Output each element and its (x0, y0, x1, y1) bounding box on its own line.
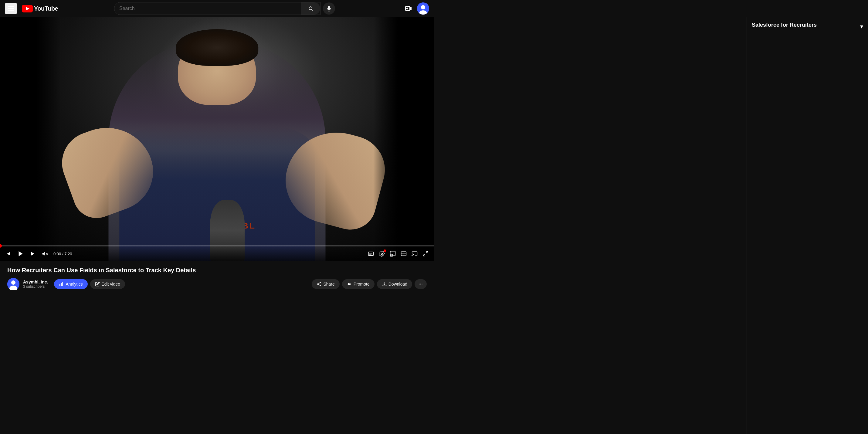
video-title: How Recruiters Can Use Fields in Salesfo… (7, 266, 427, 274)
header: YouTube (0, 0, 434, 17)
captions-button[interactable] (366, 249, 376, 258)
skip-forward-button[interactable] (28, 249, 38, 258)
download-icon (382, 282, 386, 286)
header-left: YouTube (5, 3, 66, 14)
create-video-button[interactable] (402, 2, 414, 14)
share-icon (316, 282, 321, 286)
svg-rect-2 (329, 6, 330, 9)
analytics-icon (59, 282, 64, 286)
video-controls: 0:00 / 7:20 (0, 246, 434, 261)
channel-avatar[interactable] (7, 278, 20, 290)
miniplayer-icon (390, 251, 396, 257)
svg-point-22 (411, 255, 412, 256)
video-frame: ASYMBL (0, 17, 434, 261)
mute-icon (42, 251, 48, 257)
mic-button[interactable] (323, 2, 335, 14)
youtube-logo-text: YouTube (34, 5, 58, 12)
svg-rect-14 (368, 252, 374, 256)
skip-forward-icon (30, 251, 36, 257)
svg-point-39 (422, 284, 423, 285)
svg-line-24 (423, 254, 425, 256)
hamburger-menu-button[interactable] (5, 3, 17, 14)
channel-info: Asymbl, Inc. 3 subscribers (23, 280, 48, 289)
youtube-logo-icon (22, 5, 33, 12)
video-player[interactable]: ASYMBL (0, 17, 434, 261)
youtube-logo[interactable]: YouTube (22, 5, 58, 12)
svg-point-32 (317, 283, 318, 285)
analytics-button[interactable]: Analytics (54, 279, 87, 289)
svg-rect-28 (60, 284, 60, 286)
svg-rect-29 (61, 283, 62, 286)
right-action-buttons: Share Promote Download (312, 279, 427, 289)
miniplayer-button[interactable] (388, 249, 398, 258)
svg-rect-20 (401, 252, 406, 256)
video-background: ASYMBL (0, 17, 434, 261)
svg-point-8 (421, 5, 425, 9)
play-button[interactable] (16, 249, 26, 258)
cast-icon (411, 251, 417, 257)
mute-button[interactable] (40, 249, 50, 258)
channel-subscribers: 3 subscribers (23, 284, 48, 289)
svg-line-34 (318, 284, 320, 285)
play-icon (17, 250, 24, 257)
channel-avatar-icon (7, 278, 20, 290)
svg-point-37 (419, 284, 420, 285)
svg-line-23 (426, 252, 428, 253)
more-icon (418, 282, 423, 286)
cast-button[interactable] (410, 249, 420, 258)
svg-point-38 (420, 284, 421, 285)
fullscreen-icon (423, 251, 429, 257)
theater-icon (401, 251, 407, 257)
svg-point-17 (381, 253, 383, 255)
svg-line-35 (318, 283, 320, 284)
search-input[interactable] (115, 2, 301, 14)
svg-point-31 (319, 282, 321, 283)
user-avatar-button[interactable] (417, 2, 429, 14)
edit-video-button[interactable]: Edit video (90, 279, 125, 289)
skip-back-button[interactable] (4, 249, 13, 258)
search-bar (114, 2, 320, 15)
more-options-button[interactable] (414, 279, 427, 289)
channel-name[interactable]: Asymbl, Inc. (23, 280, 48, 284)
svg-point-33 (319, 285, 321, 286)
svg-rect-30 (63, 282, 63, 286)
right-controls (366, 249, 430, 258)
video-section: ASYMBL (0, 17, 434, 290)
svg-point-26 (11, 280, 16, 285)
promote-button[interactable]: Promote (342, 279, 374, 289)
action-buttons: Analytics Edit video (54, 279, 125, 289)
search-container (114, 2, 335, 15)
svg-marker-11 (42, 252, 45, 256)
theater-mode-button[interactable] (399, 249, 408, 258)
search-button[interactable] (301, 2, 320, 14)
avatar-icon (417, 2, 429, 14)
download-button[interactable]: Download (377, 279, 412, 289)
create-video-icon (405, 5, 412, 12)
share-button[interactable]: Share (312, 279, 339, 289)
below-video: How Recruiters Can Use Fields in Salesfo… (0, 261, 434, 290)
settings-button[interactable] (377, 249, 386, 258)
main-content: ASYMBL (0, 17, 434, 290)
dark-left-vignette (0, 17, 61, 261)
dark-right-vignette (373, 17, 434, 261)
search-icon (308, 5, 314, 11)
promote-icon (347, 282, 352, 286)
video-actions-row: Asymbl, Inc. 3 subscribers Analytics (7, 278, 427, 290)
header-right (383, 2, 429, 14)
mic-icon (326, 5, 332, 11)
svg-marker-10 (19, 251, 23, 256)
settings-icon (379, 251, 385, 257)
captions-icon (368, 251, 374, 257)
time-display: 0:00 / 7:20 (54, 252, 72, 256)
edit-icon (95, 282, 100, 286)
svg-marker-36 (347, 283, 350, 286)
person-hair (176, 29, 258, 66)
fullscreen-button[interactable] (421, 249, 430, 258)
skip-back-icon (5, 251, 11, 257)
